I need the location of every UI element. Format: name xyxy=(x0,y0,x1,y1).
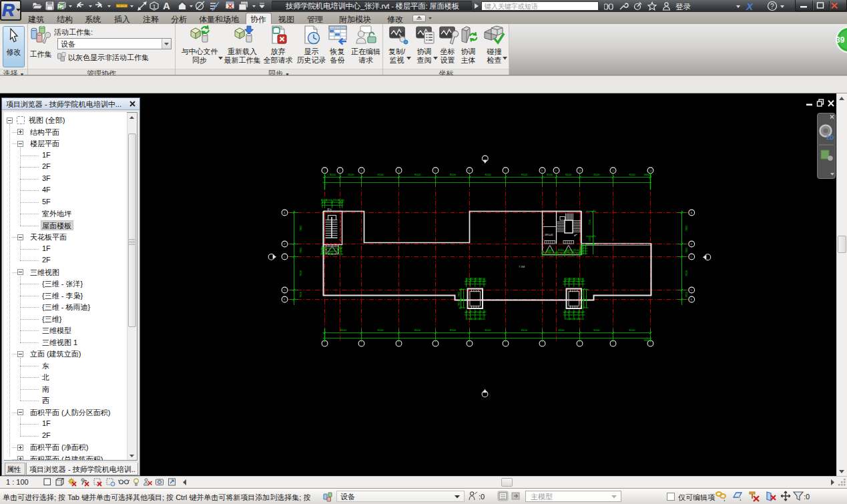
svg-text:11: 11 xyxy=(612,170,615,172)
svg-text:8100: 8100 xyxy=(378,328,384,332)
svg-text:7150: 7150 xyxy=(589,220,591,225)
svg-text:6: 6 xyxy=(469,170,470,172)
svg-text:7: 7 xyxy=(505,170,506,172)
svg-text:D: D xyxy=(284,289,286,292)
svg-text:8100: 8100 xyxy=(547,248,553,252)
svg-text:7800: 7800 xyxy=(299,225,302,232)
svg-text:8100: 8100 xyxy=(479,317,486,320)
svg-text:7800: 7800 xyxy=(299,247,302,254)
svg-text:7800: 7800 xyxy=(685,247,688,254)
svg-text:8100: 8100 xyxy=(414,173,421,176)
svg-text:X: X xyxy=(746,1,754,12)
svg-text:8100: 8100 xyxy=(485,173,492,176)
svg-text:?: ? xyxy=(770,3,774,10)
svg-text:登录: 登录 xyxy=(675,3,691,11)
svg-text:8100: 8100 xyxy=(337,252,344,256)
svg-text:3: 3 xyxy=(360,170,362,172)
svg-text:66600: 66600 xyxy=(644,173,652,176)
svg-text:4: 4 xyxy=(398,170,399,172)
svg-text:7.5M: 7.5M xyxy=(519,265,525,268)
svg-text:7800: 7800 xyxy=(685,291,688,298)
svg-text:8100: 8100 xyxy=(414,328,421,332)
svg-text:C: C xyxy=(284,256,286,258)
svg-text:8100: 8100 xyxy=(573,248,580,252)
svg-text:8100: 8100 xyxy=(578,317,585,320)
svg-text:8100: 8100 xyxy=(450,173,457,176)
svg-text:8100: 8100 xyxy=(485,328,492,332)
svg-text:8100: 8100 xyxy=(594,328,601,332)
svg-text:8100: 8100 xyxy=(629,328,636,332)
svg-text:8100: 8100 xyxy=(565,173,572,176)
svg-text:8100: 8100 xyxy=(521,328,528,332)
svg-text:8100: 8100 xyxy=(450,328,457,332)
svg-text:屋顶: 屋顶 xyxy=(327,208,332,211)
svg-text:8100: 8100 xyxy=(378,173,384,176)
svg-text:7800: 7800 xyxy=(457,300,461,307)
svg-text:8100: 8100 xyxy=(479,277,486,280)
svg-text:7800: 7800 xyxy=(457,291,461,298)
svg-text:8100: 8100 xyxy=(566,248,573,252)
svg-text:5: 5 xyxy=(435,170,436,172)
svg-text:1200: 1200 xyxy=(589,236,591,242)
svg-text:7800: 7800 xyxy=(580,300,583,307)
svg-text:7800: 7800 xyxy=(299,291,302,298)
svg-text:7800: 7800 xyxy=(685,225,688,232)
svg-text:8100: 8100 xyxy=(320,252,327,256)
svg-text:8100: 8100 xyxy=(559,328,565,332)
svg-text:8100: 8100 xyxy=(338,198,345,202)
svg-text:39: 39 xyxy=(836,35,845,45)
svg-text:7800: 7800 xyxy=(580,291,583,298)
svg-text:8100: 8100 xyxy=(578,277,585,280)
svg-text:8100: 8100 xyxy=(340,328,347,332)
svg-text:7800: 7800 xyxy=(685,270,688,276)
svg-text:8100: 8100 xyxy=(330,173,336,176)
svg-text:8100: 8100 xyxy=(558,248,565,252)
svg-text:8100: 8100 xyxy=(547,173,553,176)
svg-text:D: D xyxy=(691,289,693,292)
svg-text:1: 1 xyxy=(153,3,156,10)
svg-text:9: 9 xyxy=(555,170,557,172)
svg-text:2: 2 xyxy=(339,170,340,172)
svg-text:1221: 1221 xyxy=(328,251,333,254)
svg-text:A: A xyxy=(163,0,170,11)
svg-text:7800: 7800 xyxy=(299,270,302,276)
svg-text:1: 1 xyxy=(324,170,325,172)
svg-text:8100: 8100 xyxy=(594,173,601,176)
svg-text:10: 10 xyxy=(579,170,581,172)
svg-text:8: 8 xyxy=(541,170,543,172)
svg-text:66600: 66600 xyxy=(644,338,652,342)
svg-text:8100: 8100 xyxy=(326,198,332,202)
svg-text:R: R xyxy=(2,1,15,19)
svg-text:12: 12 xyxy=(649,170,652,172)
svg-text:8100: 8100 xyxy=(348,173,355,176)
svg-text:8100: 8100 xyxy=(521,173,528,176)
svg-text:4部电梯: 4部电梯 xyxy=(545,234,553,236)
svg-text:2D: 2D xyxy=(826,134,834,141)
svg-text:8100: 8100 xyxy=(629,173,636,176)
svg-text:C: C xyxy=(691,256,693,258)
